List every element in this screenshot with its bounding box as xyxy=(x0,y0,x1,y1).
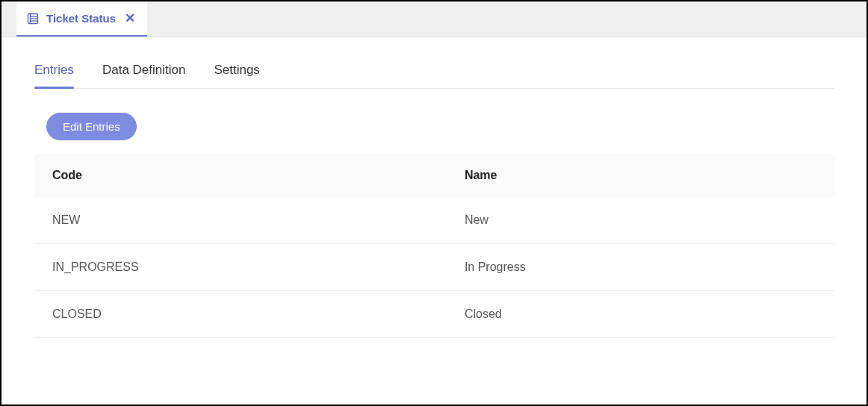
cell-code: NEW xyxy=(52,213,465,227)
header-name: Name xyxy=(465,169,816,182)
nav-tabs: Entries Data Definition Settings xyxy=(34,37,834,89)
table-row[interactable]: IN_PROGRESS In Progress xyxy=(34,244,834,291)
nav-tab-data-definition[interactable]: Data Definition xyxy=(102,63,186,88)
table-row[interactable]: CLOSED Closed xyxy=(34,291,834,338)
edit-entries-button[interactable]: Edit Entries xyxy=(46,113,137,140)
cell-name: In Progress xyxy=(465,260,816,274)
entries-table: Code Name NEW New IN_PROGRESS In Progres… xyxy=(34,154,834,338)
top-bar: Ticket Status ✕ xyxy=(1,1,867,37)
cell-code: IN_PROGRESS xyxy=(52,260,465,274)
close-icon[interactable]: ✕ xyxy=(123,10,137,26)
content-area: Entries Data Definition Settings Edit En… xyxy=(1,37,867,338)
tab-title: Ticket Status xyxy=(46,12,116,25)
header-code: Code xyxy=(52,169,465,182)
cell-name: New xyxy=(465,213,816,227)
tab-ticket-status[interactable]: Ticket Status ✕ xyxy=(16,1,147,37)
nav-tab-entries[interactable]: Entries xyxy=(34,63,74,88)
table-header: Code Name xyxy=(34,154,834,197)
cell-code: CLOSED xyxy=(52,307,465,321)
cell-name: Closed xyxy=(465,307,816,321)
nav-tab-settings[interactable]: Settings xyxy=(214,63,259,88)
list-icon xyxy=(27,13,39,25)
table-row[interactable]: NEW New xyxy=(34,197,834,244)
